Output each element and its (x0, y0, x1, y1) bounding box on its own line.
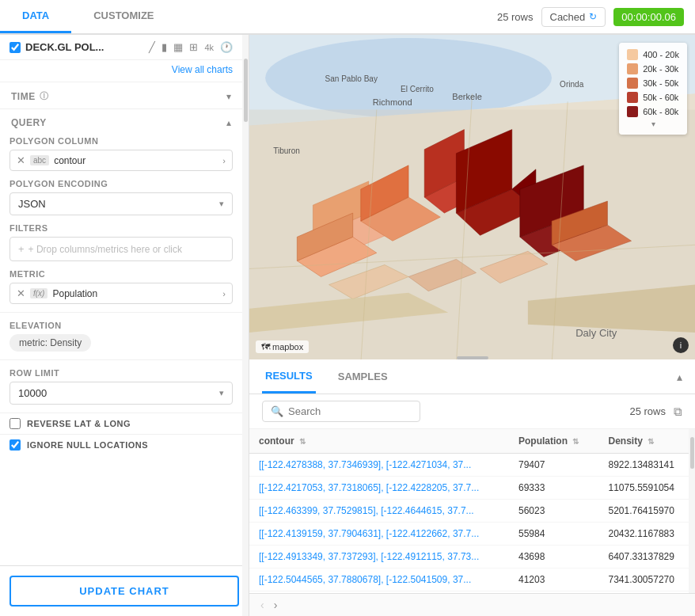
panel-scroll: DECK.GL POL... ╱ ▮ ▦ ⊞ 4k 🕐 View all cha… (0, 35, 249, 616)
legend-label-5: 60k - 80k (643, 107, 678, 116)
legend-color-5 (627, 106, 638, 117)
time-section-header[interactable]: Time ⓘ ▾ (0, 82, 242, 109)
polygon-encoding-value: JSON (18, 198, 46, 210)
query-section-header[interactable]: Query ▴ (0, 109, 242, 133)
tab-customize[interactable]: CUSTOMIZE (71, 0, 176, 33)
table-row: [[-122.4913349, 37.737293], [-122.491211… (249, 546, 695, 568)
cell-contour[interactable]: [[-122.4278388, 37.7346939], [-122.42710… (249, 454, 509, 477)
results-tab-right: ▴ (677, 371, 682, 383)
population-sort-icon[interactable]: ⇅ (572, 437, 579, 446)
cell-density: 20432.1167883 (598, 523, 695, 546)
copy-results-icon[interactable]: ⧉ (674, 405, 682, 419)
elevation-tag[interactable]: metric: Density (9, 334, 91, 352)
rows-badge: 25 rows (497, 11, 534, 23)
cell-population: 55984 (509, 523, 598, 546)
table-chart-icon[interactable]: ▦ (173, 41, 183, 53)
cell-contour[interactable]: [[-122.463399, 37.7529815], [-122.464461… (249, 500, 509, 523)
map-info-button[interactable]: i (673, 337, 689, 353)
map-container[interactable]: Richmond Berkele El Cerrito Tiburon San … (249, 35, 695, 359)
ignore-null-label: IGNORE NULL LOCATIONS (27, 440, 148, 450)
right-panel: Richmond Berkele El Cerrito Tiburon San … (249, 35, 695, 616)
nav-left-arrow[interactable]: ‹ (256, 597, 269, 613)
col-population: Population ⇅ (509, 429, 598, 454)
collapse-results-icon[interactable]: ▴ (677, 371, 682, 383)
polygon-column-input[interactable]: ✕ abc contour › (9, 150, 233, 171)
search-bar: 🔍 25 rows ⧉ (249, 394, 695, 429)
polygon-column-arrow-icon[interactable]: › (222, 156, 226, 165)
filters-drop[interactable]: + + Drop columns/metrics here or click (9, 237, 233, 261)
svg-text:Berkele: Berkele (452, 92, 481, 101)
density-sort-icon[interactable]: ⇅ (648, 437, 654, 446)
line-chart-icon[interactable]: ╱ (149, 41, 155, 53)
svg-text:El Cerrito: El Cerrito (401, 85, 434, 93)
reverse-lat-checkbox[interactable] (9, 418, 21, 429)
mapbox-label: mapbox (272, 342, 303, 352)
info-icon: ⓘ (40, 90, 49, 102)
metric-value: Population (52, 288, 218, 299)
table-scrollbar[interactable] (689, 429, 695, 593)
drag-handle[interactable] (457, 356, 488, 359)
polygon-encoding-select[interactable]: JSON ▾ (9, 192, 233, 215)
reverse-lat-label: REVERSE LAT & LONG (27, 419, 131, 428)
results-tabs: RESULTS SAMPLES ▴ (249, 359, 695, 394)
legend-scroll-down-icon[interactable]: ▾ (627, 120, 679, 128)
timer-badge: 00:00:00.06 (613, 8, 684, 26)
legend-color-1 (627, 49, 638, 60)
row-limit-label: ROW LIMIT (9, 368, 233, 378)
polygon-encoding-label: POLYGON ENCODING (9, 179, 233, 188)
row-limit-value: 10000 (18, 387, 47, 399)
clock-icon[interactable]: 🕐 (220, 41, 233, 53)
legend-label-3: 30k - 50k (643, 78, 678, 88)
table-wrap[interactable]: contour ⇅ Population ⇅ Density ⇅ (249, 429, 695, 593)
legend-color-4 (627, 92, 638, 103)
cached-badge[interactable]: Cached ↻ (541, 7, 606, 27)
cell-contour[interactable]: [[-122.4217053, 37.7318065], [-122.42282… (249, 477, 509, 500)
legend-item-3: 30k - 50k (627, 78, 679, 89)
contour-sort-icon[interactable]: ⇅ (299, 437, 306, 446)
chart-icons: ╱ ▮ ▦ ⊞ 4k 🕐 (149, 41, 233, 53)
cell-contour[interactable]: [[-122.5044565, 37.7880678], [-122.50415… (249, 568, 509, 591)
grid-chart-icon[interactable]: ⊞ (189, 41, 198, 53)
search-input-wrap[interactable]: 🔍 (262, 401, 420, 422)
main-layout: DECK.GL POL... ╱ ▮ ▦ ⊞ 4k 🕐 View all cha… (0, 35, 695, 616)
polygon-column-label: POLYGON COLUMN (9, 136, 233, 146)
cell-contour[interactable]: [[-122.4913349, 37.737293], [-122.491211… (249, 546, 509, 568)
refresh-icon: ↻ (589, 11, 597, 22)
metric-input[interactable]: ✕ f(x) Population › (9, 283, 233, 304)
view-all-link[interactable]: View all charts (0, 60, 242, 82)
polygon-column-x-icon[interactable]: ✕ (17, 154, 25, 166)
table-row: [[-122.463399, 37.7529815], [-122.464461… (249, 500, 695, 523)
4k-icon[interactable]: 4k (204, 43, 214, 52)
tab-data[interactable]: DATA (0, 0, 71, 33)
map-legend: 400 - 20k 20k - 30k 30k - 50k 50k - 60k … (619, 43, 687, 135)
metric-x-icon[interactable]: ✕ (17, 287, 25, 299)
panel-scrollbar[interactable] (242, 35, 249, 616)
polygon-column-type-badge: abc (30, 155, 49, 165)
update-chart-button[interactable]: UPDATE CHART (9, 576, 239, 606)
bar-chart-icon[interactable]: ▮ (161, 41, 167, 53)
tab-samples[interactable]: SAMPLES (335, 359, 391, 394)
ignore-null-checkbox[interactable] (9, 439, 21, 451)
chart-checkbox[interactable] (9, 42, 21, 53)
tab-results[interactable]: RESULTS (262, 359, 316, 394)
elevation-section: ELEVATION metric: Density (0, 312, 242, 359)
search-input[interactable] (288, 405, 412, 417)
cell-contour[interactable]: [[-122.4139159, 37.7904631], [-122.41226… (249, 523, 509, 546)
col-contour: contour ⇅ (249, 429, 509, 454)
table-row: [[-122.5044565, 37.7880678], [-122.50415… (249, 568, 695, 591)
row-limit-section: ROW LIMIT 10000 ▾ (0, 359, 242, 413)
metric-arrow-icon[interactable]: › (222, 289, 226, 298)
legend-item-1: 400 - 20k (627, 49, 679, 60)
query-section-body: POLYGON COLUMN ✕ abc contour › POLYGON E… (0, 136, 242, 312)
row-limit-select[interactable]: 10000 ▾ (9, 382, 233, 405)
legend-item-5: 60k - 80k (627, 106, 679, 117)
cell-population: 79407 (509, 454, 598, 477)
legend-label-2: 20k - 30k (643, 64, 678, 74)
mapbox-icon: 🗺 (261, 342, 270, 352)
nav-right-arrow[interactable]: › (269, 597, 283, 613)
svg-text:San Pablo Bay: San Pablo Bay (325, 74, 378, 83)
svg-text:Tiburon: Tiburon (273, 146, 300, 155)
svg-text:Orinda: Orinda (560, 80, 584, 89)
header: DATA CUSTOMIZE 25 rows Cached ↻ 00:00:00… (0, 0, 695, 35)
cell-population: 56023 (509, 500, 598, 523)
